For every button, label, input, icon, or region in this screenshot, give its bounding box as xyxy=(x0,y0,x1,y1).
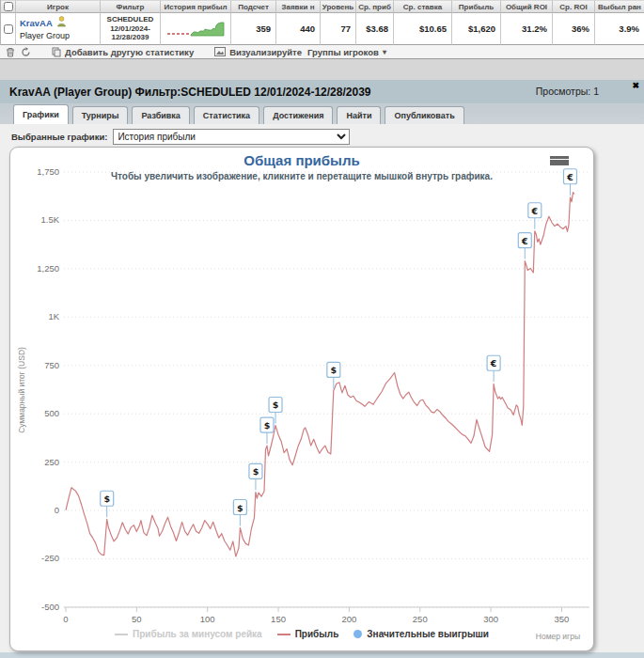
level-cell: 77 xyxy=(321,13,356,45)
player-group-label: Player Group xyxy=(20,30,70,41)
marker-symbol: $ xyxy=(331,365,338,375)
y-tick-label: 1,750 xyxy=(37,166,59,177)
player-icon xyxy=(56,16,67,30)
xaxis-title: Номер игры xyxy=(536,632,580,641)
row-checkbox[interactable] xyxy=(4,24,13,34)
entries-cell: 440 xyxy=(276,13,321,45)
player-cell: KravAA Player Group xyxy=(16,13,101,45)
add-statistic-button[interactable]: Добавить другую статистику xyxy=(52,47,194,57)
y-tick-label: 750 xyxy=(44,360,59,370)
col-header[interactable]: Ср. приб xyxy=(356,0,394,13)
y-tick-label: 500 xyxy=(44,408,59,418)
col-header[interactable]: История прибыл xyxy=(161,0,231,13)
col-header[interactable]: Уровень xyxy=(321,0,356,13)
bottom-strip xyxy=(0,652,644,658)
avg-profit-cell: $3.68 xyxy=(356,13,394,45)
col-header[interactable]: Прибыль xyxy=(452,0,501,13)
marker-symbol: $ xyxy=(103,494,110,504)
y-tick-label: 250 xyxy=(44,457,59,467)
trash-icon xyxy=(6,47,15,57)
profit-cell: $1,620 xyxy=(452,13,501,45)
profit-history-sparkline xyxy=(165,20,227,39)
yaxis-title: Суммарный итог (USD) xyxy=(17,347,26,433)
table-row[interactable]: KravAA Player Group SCHEDULED 12/01/2024… xyxy=(1,13,644,45)
profit-chart-svg: 1,7501.5K1,2501K7505002500-250-500050100… xyxy=(10,148,593,650)
tab-tournaments[interactable]: Турниры xyxy=(72,106,129,124)
graph-select-label: Выбранные графики: xyxy=(11,132,107,142)
chart-container[interactable]: Общая прибыль Чтобы увеличить изображени… xyxy=(9,147,594,651)
chevron-down-icon: ▾ xyxy=(383,48,386,56)
row-select-cell xyxy=(1,13,16,45)
spacer-strip xyxy=(0,59,644,80)
report-tab-bar: Графики Турниры Разбивка Статистика Дост… xyxy=(0,103,644,124)
visualize-button[interactable]: Визуализируйте xyxy=(214,47,302,57)
col-header[interactable]: Ср. ROI xyxy=(553,0,595,13)
marker-symbol: € xyxy=(531,206,539,216)
total-roi-cell: 31.2% xyxy=(501,13,553,45)
views-counter: Просмотры: 1 xyxy=(536,86,599,97)
chart-legend: Прибыль за минусом рейка Прибыль Значите… xyxy=(10,629,593,639)
marker-symbol: € xyxy=(521,236,528,246)
player-name-link[interactable]: KravAA xyxy=(20,18,53,29)
graph-select[interactable]: История прибыли xyxy=(113,129,350,145)
x-tick-label: 50 xyxy=(132,614,142,624)
col-header[interactable]: Ср. ставка xyxy=(394,0,452,13)
y-tick-label: 1,250 xyxy=(37,263,59,274)
x-tick-label: 300 xyxy=(483,614,498,624)
marker-symbol: $ xyxy=(264,420,271,431)
y-tick-label: 1K xyxy=(48,311,59,321)
table-toolbar: Добавить другую статистику Визуализируйт… xyxy=(0,45,644,59)
marker-symbol: $ xyxy=(237,503,243,513)
tab-breakdown[interactable]: Разбивка xyxy=(132,106,189,124)
y-tick-label: -500 xyxy=(41,602,59,612)
x-tick-label: 200 xyxy=(341,614,356,624)
profit-line xyxy=(66,193,574,556)
refresh-icon xyxy=(21,47,31,57)
image-icon xyxy=(214,47,226,56)
close-icon[interactable]: ✖ xyxy=(632,80,639,91)
filter-cell: SCHEDULED 12/01/2024- 12/28/2039 xyxy=(101,13,161,45)
x-tick-label: 100 xyxy=(200,614,215,624)
legend-dash-icon xyxy=(277,634,291,635)
col-header[interactable]: Подсчет xyxy=(231,0,276,13)
col-header[interactable]: Игрок xyxy=(16,0,101,13)
refresh-button[interactable] xyxy=(21,47,31,57)
legend-item-profit-minus-rake[interactable]: Прибыль за минусом рейка xyxy=(115,629,262,639)
tab-find[interactable]: Найти xyxy=(337,106,381,124)
avg-roi-cell: 36% xyxy=(553,13,595,45)
marker-symbol: $ xyxy=(273,400,279,410)
x-tick-label: 0 xyxy=(63,614,68,624)
col-header[interactable]: Заявки н xyxy=(276,0,321,13)
legend-item-significant-wins[interactable]: Значительные выигрыши xyxy=(353,629,489,639)
select-all-checkbox[interactable] xyxy=(4,2,13,11)
graph-select-row: Выбранные графики: История прибыли xyxy=(11,129,350,145)
col-header[interactable]: Фильтр xyxy=(101,0,161,13)
legend-item-profit[interactable]: Прибыль xyxy=(277,629,339,639)
tab-graphs[interactable]: Графики xyxy=(13,104,69,124)
copy-icon xyxy=(52,47,61,57)
x-tick-label: 250 xyxy=(413,614,428,624)
tab-publish[interactable]: Опубликовать xyxy=(385,106,463,124)
page: Игрок Фильтр История прибыл Подсчет Заяв… xyxy=(0,0,644,658)
marker-symbol: € xyxy=(490,358,497,368)
tab-achievements[interactable]: Достижения xyxy=(263,106,333,124)
select-all-cell xyxy=(1,0,16,13)
x-tick-label: 150 xyxy=(271,614,286,624)
tab-statistics[interactable]: Статистика xyxy=(194,106,259,124)
delete-button[interactable] xyxy=(6,47,15,57)
col-header[interactable]: Общий ROI xyxy=(501,0,553,13)
legend-dot-icon xyxy=(353,630,362,638)
y-tick-label: 1.5K xyxy=(40,214,59,225)
player-groups-dropdown[interactable]: Группы игроков ▾ xyxy=(307,47,386,57)
player-stats-table: Игрок Фильтр История прибыл Подсчет Заяв… xyxy=(0,0,644,45)
avg-stake-cell: $10.65 xyxy=(394,13,452,45)
legend-dash-icon xyxy=(115,634,128,635)
profit-history-cell xyxy=(161,13,231,45)
col-header[interactable]: Выбыл ран xyxy=(595,0,644,13)
count-cell: 359 xyxy=(231,13,276,45)
marker-symbol: € xyxy=(566,172,573,182)
marker-symbol: $ xyxy=(253,466,259,477)
y-tick-label: -250 xyxy=(41,553,59,563)
report-panel-header: KravAA (Player Group) Фильтр:SCHEDULED 1… xyxy=(0,80,644,103)
table-header-row: Игрок Фильтр История прибыл Подсчет Заяв… xyxy=(1,0,644,13)
